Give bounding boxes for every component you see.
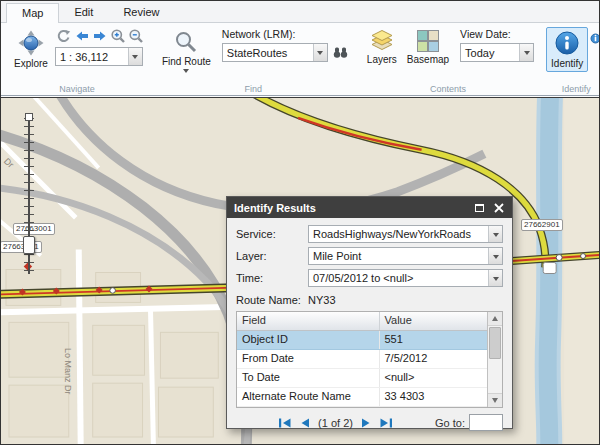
layers-icon [370, 30, 394, 52]
network-lrm-value: StateRoutes [223, 47, 313, 59]
layer-combo[interactable]: Mile Point [308, 247, 503, 265]
route-name-label: Route Name: [236, 294, 308, 306]
explore-label: Explore [14, 58, 48, 69]
street-label: Lo Manz Dr [63, 348, 73, 395]
record-pager: (1 of 2) Go to: [236, 414, 503, 431]
ribbon: Explore [1, 23, 599, 96]
page-indicator: (1 of 2) [318, 417, 353, 429]
scale-combo[interactable]: 1 : 36,112 [55, 47, 143, 66]
view-date-label: View Date: [460, 28, 534, 40]
app-window: Map Edit Review Explore [0, 0, 600, 445]
cell-value: 7/5/2012 [380, 350, 488, 368]
scrollbar-thumb[interactable] [489, 327, 501, 359]
cell-field: Object ID [237, 331, 380, 349]
cell-field: To Date [237, 369, 380, 387]
zoom-slider[interactable] [23, 114, 35, 279]
time-value: 07/05/2012 to <null> [309, 272, 488, 284]
group-label-contents: Contents [358, 84, 538, 94]
column-header-field[interactable]: Field [237, 312, 380, 330]
maximize-icon[interactable] [472, 201, 487, 215]
last-record-button[interactable] [379, 417, 393, 429]
explore-icon [18, 30, 44, 56]
ribbon-tab-bar: Map Edit Review [1, 1, 599, 23]
ribbon-group-navigate: Explore [5, 24, 149, 95]
previous-extent-icon[interactable] [55, 27, 73, 44]
service-value: RoadsHighways/NewYorkRoads [309, 228, 488, 240]
basemap-label: Basemap [407, 54, 449, 65]
identify-button[interactable]: Identify [546, 27, 588, 72]
dropdown-arrow-icon[interactable] [488, 248, 502, 264]
panel-title: Identify Results [234, 202, 468, 214]
table-scrollbar[interactable] [487, 312, 502, 407]
dropdown-arrow-icon[interactable] [519, 44, 533, 61]
scroll-up-icon[interactable] [488, 312, 502, 326]
identify-results-panel: Identify Results Service: RoadsHighways/… [226, 196, 513, 429]
tab-map[interactable]: Map [6, 3, 59, 23]
cell-field: Alternate Route Name [237, 388, 380, 406]
magnifier-icon [174, 30, 198, 54]
cell-value: 33 4303 [380, 388, 488, 406]
next-record-button[interactable] [360, 417, 372, 429]
goto-record-input[interactable] [469, 414, 503, 431]
close-icon[interactable] [491, 201, 506, 215]
layers-label: Layers [367, 54, 397, 65]
group-label-navigate: Navigate [5, 84, 149, 94]
zoom-slider-handle[interactable] [23, 236, 35, 254]
network-lrm-label: Network (LRM): [222, 28, 350, 40]
goto-label: Go to: [435, 417, 465, 429]
basemap-button[interactable]: Basemap [402, 27, 454, 68]
cell-field: From Date [237, 350, 380, 368]
column-header-value[interactable]: Value [380, 312, 488, 330]
zoom-in-icon[interactable] [109, 27, 127, 44]
route-id-marker: 27662901 [521, 219, 563, 231]
tab-edit[interactable]: Edit [59, 3, 108, 22]
explore-button[interactable]: Explore [9, 27, 53, 72]
dropdown-arrow-icon[interactable] [313, 44, 327, 61]
route-shield-icon [543, 263, 556, 274]
identify-route-plus-icon[interactable] [588, 28, 600, 45]
scroll-down-icon[interactable] [488, 393, 502, 407]
ribbon-group-identify: Identify Identify [542, 24, 600, 95]
layers-button[interactable]: Layers [362, 27, 402, 68]
attributes-table: Field Value Object ID 551 From Date 7/5/… [236, 311, 503, 408]
route-name-value: NY33 [308, 294, 336, 306]
identify-label: Identify [551, 58, 583, 69]
view-date-value: Today [461, 47, 519, 59]
panel-body: Service: RoadsHighways/NewYorkRoads Laye… [227, 218, 512, 435]
slider-top-cap [25, 113, 33, 121]
binoculars-icon[interactable] [332, 44, 350, 61]
dropdown-arrow-icon[interactable] [488, 226, 502, 242]
route-id-marker: 27663001 [1, 241, 42, 253]
layer-value: Mile Point [309, 250, 488, 262]
cell-value: <null> [380, 369, 488, 387]
table-row[interactable]: To Date <null> [237, 369, 487, 388]
service-combo[interactable]: RoadsHighways/NewYorkRoads [308, 225, 503, 243]
cell-value: 551 [380, 331, 488, 349]
table-header-row: Field Value [237, 312, 487, 331]
first-record-button[interactable] [278, 417, 292, 429]
dropdown-arrow-icon[interactable] [488, 270, 502, 286]
back-arrow-icon[interactable] [73, 27, 91, 44]
ribbon-group-contents: Layers Basemap View Date: Today Contents [358, 24, 538, 95]
table-row[interactable]: Object ID 551 [237, 331, 487, 350]
layer-label: Layer: [236, 250, 308, 262]
network-lrm-combo[interactable]: StateRoutes [222, 43, 328, 62]
tab-review[interactable]: Review [108, 3, 174, 22]
scale-value: 1 : 36,112 [56, 51, 128, 63]
table-row[interactable]: From Date 7/5/2012 [237, 350, 487, 369]
time-label: Time: [236, 272, 308, 284]
panel-header[interactable]: Identify Results [227, 197, 512, 218]
table-row[interactable]: Alternate Route Name 33 4303 [237, 388, 487, 407]
identify-icon [554, 30, 580, 56]
zoom-out-icon[interactable] [127, 27, 145, 44]
find-route-button[interactable]: Find Route [157, 27, 216, 79]
service-label: Service: [236, 228, 308, 240]
dropdown-arrow-icon[interactable] [128, 48, 142, 65]
group-label-find: Find [153, 84, 354, 94]
time-combo[interactable]: 07/05/2012 to <null> [308, 269, 503, 287]
previous-record-button[interactable] [299, 417, 311, 429]
find-route-label: Find Route [162, 56, 211, 67]
view-date-combo[interactable]: Today [460, 43, 534, 62]
forward-arrow-icon[interactable] [91, 27, 109, 44]
ribbon-group-find: Find Route Network (LRM): StateRoutes Fi… [153, 24, 354, 95]
